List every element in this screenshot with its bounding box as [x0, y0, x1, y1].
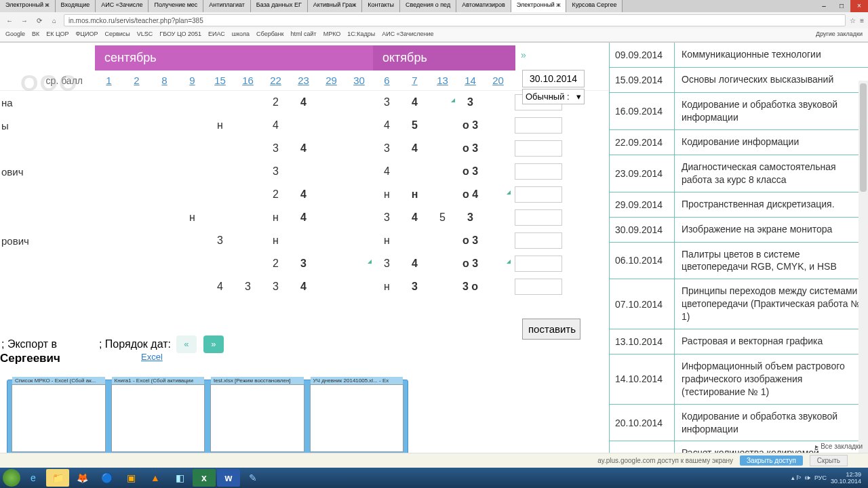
- grade-cell[interactable]: о 3: [456, 119, 484, 131]
- grade-cell[interactable]: 3: [456, 211, 484, 224]
- day-header[interactable]: 23: [290, 75, 317, 86]
- bookmark[interactable]: ФЦИОР: [76, 30, 98, 39]
- grade-cell[interactable]: 3: [206, 235, 234, 247]
- tab[interactable]: Электронный ж: [0, 0, 56, 12]
- grade-cell[interactable]: 3: [262, 165, 290, 178]
- bookmark[interactable]: 1С:Кадры: [347, 30, 375, 39]
- star-icon[interactable]: ☆: [850, 17, 856, 24]
- grade-cell[interactable]: 3: [234, 281, 262, 293]
- grade-cell[interactable]: 4: [206, 281, 234, 293]
- bookmark[interactable]: Google: [5, 30, 25, 39]
- topic-row[interactable]: 13.10.2014Растровая и векторная графика: [610, 329, 868, 354]
- day-header[interactable]: 9: [178, 75, 206, 86]
- excel-icon[interactable]: x: [193, 469, 216, 487]
- tab[interactable]: База данных ЕГ: [251, 0, 308, 12]
- bookmark[interactable]: VLSC: [137, 30, 153, 39]
- tab[interactable]: АИС «Зачисле: [96, 0, 149, 12]
- word-icon[interactable]: w: [217, 469, 240, 487]
- topic-row[interactable]: 22.09.2014Кодирование информации: [610, 130, 868, 155]
- grade-cell[interactable]: 3 о: [456, 281, 484, 293]
- bookmark[interactable]: школа: [232, 30, 250, 39]
- firefox-icon[interactable]: 🦊: [71, 469, 94, 487]
- day-header[interactable]: 14: [456, 75, 484, 86]
- grade-cell[interactable]: 3: [373, 258, 401, 270]
- topic-row[interactable]: 09.09.2014Коммуникационные технологии: [610, 43, 868, 68]
- back-button[interactable]: ←: [4, 17, 15, 24]
- day-header[interactable]: 22: [262, 75, 290, 86]
- grade-cell[interactable]: 2: [262, 96, 290, 108]
- grade-cell[interactable]: н: [373, 281, 401, 293]
- tab[interactable]: Автоматизиров: [456, 0, 511, 12]
- grade-cell[interactable]: 2: [262, 258, 290, 270]
- day-header[interactable]: 8: [151, 75, 178, 86]
- bookmark[interactable]: Сервисы: [104, 30, 130, 39]
- grade-cell[interactable]: н: [262, 211, 290, 224]
- bookmark[interactable]: html сайт: [291, 30, 317, 39]
- grade-cell[interactable]: н: [373, 188, 401, 201]
- grade-cell[interactable]: 5: [429, 211, 456, 224]
- task-preview-item[interactable]: Список МРКО - Excel (Сбой ак...: [12, 384, 106, 452]
- minimize-button[interactable]: –: [815, 0, 833, 12]
- grade-cell[interactable]: 4: [373, 119, 401, 131]
- ie-icon[interactable]: e: [22, 469, 45, 487]
- page-prev-button[interactable]: «: [176, 336, 197, 353]
- tab[interactable]: Входящие: [56, 0, 96, 12]
- forward-button[interactable]: →: [19, 17, 30, 24]
- grade-type-select[interactable]: Обычный :▾: [522, 89, 585, 104]
- topic-row[interactable]: 20.10.2014Кодирование и обработка звуков…: [610, 405, 868, 442]
- next-month-icon[interactable]: »: [515, 45, 532, 70]
- tray-lang[interactable]: РУС: [814, 474, 827, 481]
- app-icon[interactable]: ▣: [119, 469, 142, 487]
- task-preview-item[interactable]: УЧ дневник 20141005.xl... - Ex: [310, 384, 404, 452]
- day-header[interactable]: 6: [373, 75, 401, 86]
- topic-row[interactable]: 23.09.2014Диагностическая самостоятельна…: [610, 155, 868, 192]
- tab[interactable]: Антиплагиат: [203, 0, 251, 12]
- scrollbar[interactable]: [859, 81, 868, 456]
- grade-cell[interactable]: 4: [401, 142, 429, 155]
- grade-cell[interactable]: н: [262, 235, 290, 247]
- day-header[interactable]: 16: [234, 75, 262, 86]
- day-header[interactable]: 7: [401, 75, 429, 86]
- grade-cell[interactable]: 3: [456, 96, 484, 108]
- topic-row[interactable]: 30.09.2014Изображение на экране монитора: [610, 218, 868, 243]
- grade-cell[interactable]: о 4: [456, 188, 484, 201]
- app-icon[interactable]: ✎: [241, 469, 264, 487]
- hide-button[interactable]: Скрыть: [810, 455, 848, 466]
- grade-cell[interactable]: 4: [290, 281, 317, 293]
- menu-icon[interactable]: ≡: [860, 17, 864, 24]
- topic-row[interactable]: 14.10.2014Информационный объем растровог…: [610, 354, 868, 405]
- vlc-icon[interactable]: ▲: [144, 469, 167, 487]
- grade-cell[interactable]: н: [206, 119, 234, 131]
- day-header[interactable]: 2: [123, 75, 151, 86]
- tab[interactable]: Сведения о пед: [400, 0, 456, 12]
- page-next-button[interactable]: »: [203, 336, 224, 353]
- bookmark-other[interactable]: Другие закладки: [816, 30, 863, 39]
- grade-cell[interactable]: о 3: [456, 142, 484, 155]
- start-button[interactable]: [3, 469, 20, 487]
- bookmark[interactable]: Сбербанк: [256, 30, 283, 39]
- grade-cell[interactable]: 4: [373, 165, 401, 178]
- export-excel-link[interactable]: Excel: [141, 352, 163, 362]
- chrome-icon[interactable]: 🔵: [95, 469, 118, 487]
- bookmark[interactable]: ВК: [32, 30, 39, 39]
- close-access-button[interactable]: Закрыть доступ: [740, 455, 803, 466]
- grade-cell[interactable]: н: [178, 211, 206, 224]
- grade-cell[interactable]: 4: [290, 96, 317, 108]
- tray-icons[interactable]: ▴ 🏳 🕪: [791, 474, 810, 481]
- grade-cell[interactable]: н: [373, 235, 401, 247]
- app-icon[interactable]: ◧: [168, 469, 191, 487]
- home-button[interactable]: ⌂: [49, 17, 60, 24]
- bookmark[interactable]: ЕИАС: [208, 30, 225, 39]
- day-header[interactable]: 29: [317, 75, 345, 86]
- explorer-icon[interactable]: 📁: [46, 469, 69, 487]
- maximize-button[interactable]: □: [833, 0, 850, 12]
- grade-cell[interactable]: 4: [401, 258, 429, 270]
- topic-row[interactable]: 29.09.2014Пространственная дискретизация…: [610, 192, 868, 218]
- address-bar[interactable]: in.mos.mcko.ru/servis/teacher.php?plan=3…: [64, 14, 846, 26]
- bookmark[interactable]: АИС «Зачисление: [382, 30, 433, 39]
- task-preview-item[interactable]: Книга1 - Excel (Сбой активации: [111, 384, 205, 452]
- grade-cell[interactable]: о 3: [456, 235, 484, 247]
- grade-cell[interactable]: 4: [290, 211, 317, 224]
- set-grade-button[interactable]: поставить: [522, 319, 580, 340]
- grade-cell[interactable]: 3: [373, 211, 401, 224]
